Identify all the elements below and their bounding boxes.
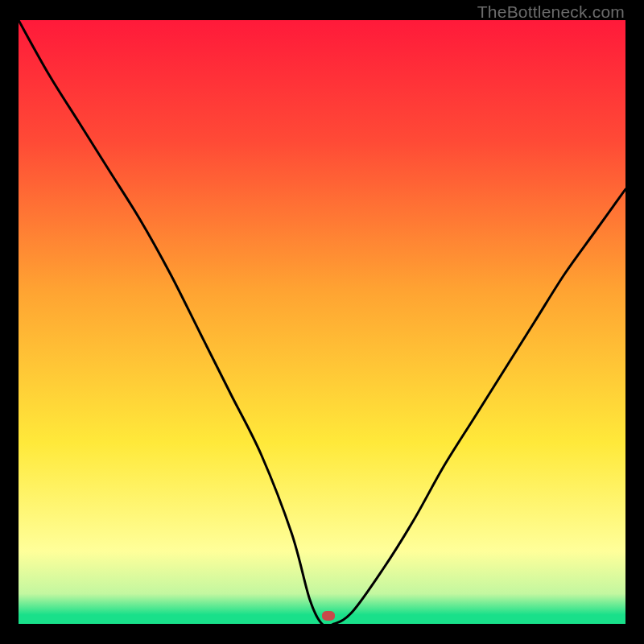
minimum-marker xyxy=(322,611,335,621)
plot-area xyxy=(19,20,625,624)
watermark-text: TheBottleneck.com xyxy=(477,2,625,22)
bottleneck-curve xyxy=(19,20,625,624)
chart-frame: TheBottleneck.com xyxy=(0,0,644,644)
